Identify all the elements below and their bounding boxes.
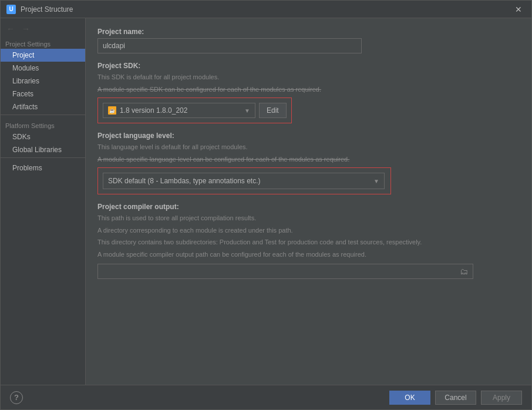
compiler-output-group: Project compiler output: This path is us…	[97, 203, 520, 279]
sdk-desc2: A module specific SDK can be configured …	[97, 85, 520, 95]
sidebar-item-global-libraries[interactable]: Global Libraries	[1, 143, 85, 156]
compiler-desc2: A directory corresponding to each module…	[97, 226, 520, 236]
bottom-bar: ? OK Cancel Apply	[1, 385, 531, 409]
bottom-left: ?	[10, 391, 23, 404]
project-sdk-group: Project SDK: This SDK is default for all…	[97, 62, 520, 123]
back-arrow[interactable]: ←	[4, 23, 17, 35]
project-name-label: Project name:	[97, 28, 520, 36]
dialog-title: Project Structure	[21, 5, 511, 14]
compiler-desc3: This directory contains two subdirectori…	[97, 237, 520, 247]
lang-level-dropdown[interactable]: SDK default (8 - Lambdas, type annotatio…	[103, 173, 385, 189]
app-icon: U	[6, 5, 16, 14]
sidebar-item-problems[interactable]: Problems	[1, 162, 85, 174]
sidebar-item-sdks[interactable]: SDKs	[1, 130, 85, 143]
title-bar: U Project Structure ✕	[1, 1, 531, 18]
project-name-group: Project name:	[97, 28, 520, 53]
project-structure-dialog: U Project Structure ✕ ← → Project Settin…	[0, 0, 532, 410]
sdk-dropdown-arrow: ▼	[244, 107, 250, 114]
project-language-group: Project language level: This language le…	[97, 132, 520, 194]
sdk-selector-container: ☕ 1.8 version 1.8.0_202 ▼ Edit	[97, 98, 292, 123]
project-sdk-label: Project SDK:	[97, 62, 520, 70]
sdk-edit-button[interactable]: Edit	[259, 103, 287, 118]
project-language-label: Project language level:	[97, 132, 520, 140]
project-settings-label: Project Settings	[1, 37, 85, 49]
compiler-desc4: A module specific compiler output path c…	[97, 250, 520, 260]
forward-arrow[interactable]: →	[19, 23, 32, 35]
sidebar: ← → Project Settings Project Modules Lib…	[1, 18, 86, 385]
compiler-path-container: 🗂	[97, 264, 473, 279]
sdk-java-icon: ☕	[108, 106, 116, 115]
sidebar-item-modules[interactable]: Modules	[1, 62, 85, 75]
compiler-path-input[interactable]	[103, 267, 460, 275]
close-button[interactable]: ✕	[511, 4, 526, 15]
sidebar-divider-2	[1, 157, 85, 158]
help-button[interactable]: ?	[10, 391, 23, 404]
lang-level-value: SDK default (8 - Lambdas, type annotatio…	[108, 177, 260, 185]
compiler-desc1: This path is used to store all project c…	[97, 213, 520, 223]
main-content: ← → Project Settings Project Modules Lib…	[1, 18, 531, 385]
sdk-desc1: This SDK is default for all project modu…	[97, 72, 520, 82]
compiler-output-label: Project compiler output:	[97, 203, 520, 211]
cancel-button[interactable]: Cancel	[435, 391, 476, 405]
content-area: Project name: Project SDK: This SDK is d…	[86, 18, 531, 385]
nav-arrows: ← →	[1, 21, 85, 37]
sdk-version-label: 1.8 version 1.8.0_202	[120, 106, 187, 115]
sidebar-item-facets[interactable]: Facets	[1, 88, 85, 100]
sidebar-divider	[1, 115, 85, 115]
lang-level-container: SDK default (8 - Lambdas, type annotatio…	[97, 167, 391, 194]
platform-settings-label: Platform Settings	[1, 119, 85, 130]
apply-button[interactable]: Apply	[481, 391, 522, 405]
lang-desc1: This language level is default for all p…	[97, 142, 520, 152]
ok-button[interactable]: OK	[389, 391, 430, 405]
lang-desc2: A module specific language level can be …	[97, 154, 520, 164]
sdk-dropdown[interactable]: ☕ 1.8 version 1.8.0_202 ▼	[103, 103, 255, 118]
project-name-input[interactable]	[97, 38, 362, 53]
sidebar-item-artifacts[interactable]: Artifacts	[1, 100, 85, 113]
folder-browse-icon[interactable]: 🗂	[460, 267, 468, 276]
sidebar-item-libraries[interactable]: Libraries	[1, 75, 85, 88]
bottom-right: OK Cancel Apply	[389, 391, 522, 405]
sidebar-item-project[interactable]: Project	[1, 49, 85, 62]
lang-dropdown-arrow: ▼	[373, 178, 379, 184]
